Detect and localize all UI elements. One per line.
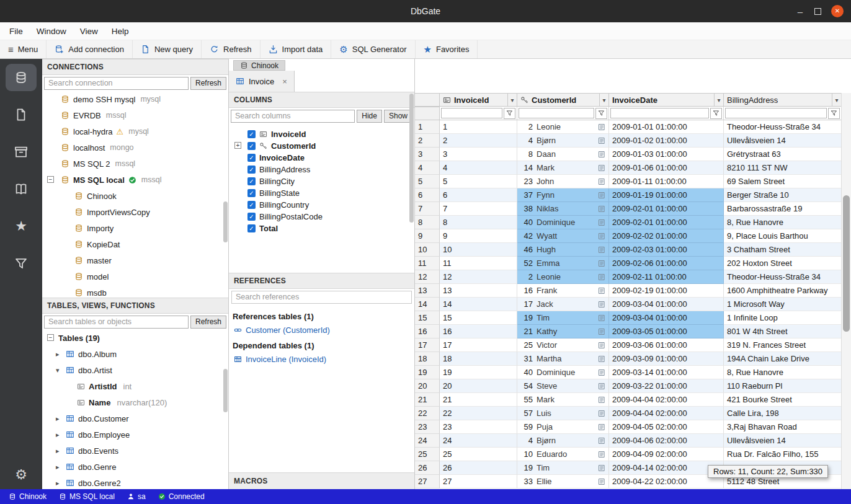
tables-refresh-button[interactable]: Refresh (190, 316, 226, 329)
row-number[interactable]: 3 (415, 148, 440, 161)
open-reference-icon[interactable] (598, 314, 605, 322)
cell-invoicedate[interactable]: 2009-03-04 01:00:00 (609, 298, 724, 311)
tab-close-icon[interactable] (282, 77, 287, 86)
cell-invoicedate[interactable]: 2009-04-06 02:00:00 (609, 434, 724, 448)
column-dropdown-icon[interactable] (599, 94, 608, 106)
columns-hide-button[interactable]: Hide (357, 110, 382, 123)
row-number[interactable]: 10 (415, 243, 440, 257)
side-pane-scrollbar-thumb[interactable] (409, 94, 414, 223)
connection-ms-sql-2[interactable]: MS SQL 2mssql (42, 156, 228, 172)
toolbar-menu-button[interactable]: ≡Menu (0, 40, 47, 58)
cell-billingaddress[interactable]: 421 Bourke Street (724, 393, 842, 407)
column-dropdown-icon[interactable] (507, 94, 517, 106)
row-number[interactable]: 24 (415, 434, 440, 448)
toolbar-refresh-button[interactable]: Refresh (202, 40, 261, 58)
open-reference-icon[interactable] (598, 301, 605, 308)
cell-billingaddress[interactable]: 8, Rue Hanovre (724, 216, 842, 229)
cell-billingaddress[interactable]: 801 W 4th Street (724, 325, 842, 338)
cell-invoiceid[interactable]: 12 (440, 270, 517, 284)
row-number[interactable]: 8 (415, 216, 440, 229)
columns-search-input[interactable] (231, 110, 355, 123)
close-button[interactable] (831, 5, 844, 17)
cell-invoicedate[interactable]: 2009-04-09 02:00:00 (609, 448, 724, 461)
connection-evrdb[interactable]: EVRDBmssql (42, 107, 228, 123)
toolbar-sql-generator-button[interactable]: ⚙SQL Generator (331, 40, 415, 58)
open-reference-icon[interactable] (598, 410, 605, 417)
open-reference-icon[interactable] (598, 423, 605, 431)
row-number[interactable]: 15 (415, 311, 440, 325)
column-checkbox[interactable] (247, 201, 256, 209)
row-number[interactable]: 17 (415, 338, 440, 352)
open-reference-icon[interactable] (598, 151, 605, 158)
grid-scrollbar-thumb[interactable] (843, 195, 850, 332)
cell-invoiceid[interactable]: 5 (440, 175, 517, 188)
tables-search-input[interactable] (44, 316, 189, 329)
connection-importy[interactable]: Importy (42, 220, 228, 236)
cell-invoicedate[interactable]: 2009-01-02 01:00:00 (609, 134, 724, 148)
rail-archive-button[interactable] (6, 138, 37, 166)
open-reference-icon[interactable] (598, 273, 605, 281)
cell-customerid[interactable]: 4Bjørn (517, 134, 609, 148)
rail-book-button[interactable] (6, 175, 37, 203)
cell-customerid[interactable]: 14Mark (517, 161, 609, 175)
open-reference-icon[interactable] (598, 287, 605, 294)
row-number[interactable]: 1 (415, 120, 440, 134)
column-toggle-invoiceid[interactable]: InvoiceId (229, 128, 414, 140)
cell-billingaddress[interactable]: Ullevålsveien 14 (724, 134, 842, 148)
cell-invoicedate[interactable]: 2009-01-06 01:00:00 (609, 161, 724, 175)
cell-customerid[interactable]: 10Eduardo (517, 448, 609, 461)
cell-customerid[interactable]: 46Hugh (517, 243, 609, 257)
cell-billingaddress[interactable]: Rua Dr. Falcão Filho, 155 (724, 448, 842, 461)
column-toggle-billingstate[interactable]: BillingState (229, 187, 414, 199)
row-number[interactable]: 14 (415, 298, 440, 311)
cell-invoiceid[interactable]: 4 (440, 161, 517, 175)
cell-customerid[interactable]: 54Steve (517, 379, 609, 393)
column-header-invoicedate[interactable]: InvoiceDate (609, 93, 724, 107)
connection-search-input[interactable] (44, 77, 189, 90)
rail-funnel-button[interactable] (6, 250, 37, 277)
select-all-corner[interactable] (415, 93, 440, 107)
row-number[interactable]: 11 (415, 257, 440, 270)
open-reference-icon[interactable] (598, 205, 605, 213)
statusbar-chinook[interactable]: Chinook (2, 489, 53, 504)
connection-ms-sql-local[interactable]: MS SQL localmssql (42, 172, 228, 188)
cell-customerid[interactable]: 40Dominique (517, 366, 609, 379)
column-checkbox[interactable] (247, 142, 256, 150)
cell-customerid[interactable]: 59Puja (517, 420, 609, 434)
filter-button-billingaddress[interactable] (828, 108, 840, 119)
cell-invoiceid[interactable]: 3 (440, 148, 517, 161)
grid-scrollbar[interactable] (841, 93, 851, 489)
cell-customerid[interactable]: 33Ellie (517, 475, 609, 489)
cell-customerid[interactable]: 2Leonie (517, 120, 609, 134)
chevron-right-icon[interactable] (56, 351, 60, 358)
row-number[interactable]: 2 (415, 134, 440, 148)
cell-billingaddress[interactable]: Barbarossastraße 19 (724, 202, 842, 216)
open-reference-icon[interactable] (598, 260, 605, 267)
cell-customerid[interactable]: 25Victor (517, 338, 609, 352)
row-number[interactable]: 25 (415, 448, 440, 461)
table-dbo-events[interactable]: dbo.Events (42, 443, 228, 459)
cell-customerid[interactable]: 17Jack (517, 298, 609, 311)
tab-invoice[interactable]: Invoice (229, 71, 295, 92)
cell-invoiceid[interactable]: 2 (440, 134, 517, 148)
cell-invoicedate[interactable]: 2009-04-04 02:00:00 (609, 393, 724, 407)
cell-invoiceid[interactable]: 26 (440, 461, 517, 475)
connection-local-hydra[interactable]: local-hydra⚠mysql (42, 123, 228, 139)
connection-importviewscopy[interactable]: ImportViewsCopy (42, 204, 228, 220)
cell-invoiceid[interactable]: 16 (440, 325, 517, 338)
chevron-right-icon[interactable] (56, 480, 60, 487)
cell-invoicedate[interactable]: 2009-01-19 01:00:00 (609, 188, 724, 202)
cell-billingaddress[interactable]: 110 Raeburn Pl (724, 379, 842, 393)
menu-view[interactable]: View (73, 27, 105, 36)
cell-billingaddress[interactable]: Theodor-Heuss-Straße 34 (724, 120, 842, 134)
tables-scrollbar-thumb[interactable] (223, 369, 228, 412)
cell-billingaddress[interactable]: 9, Place Louis Barthou (724, 229, 842, 243)
row-number[interactable]: 21 (415, 393, 440, 407)
cell-invoicedate[interactable]: 2009-04-22 02:00:00 (609, 475, 724, 489)
cell-customerid[interactable]: 31Martha (517, 352, 609, 366)
cell-invoicedate[interactable]: 2009-03-22 01:00:00 (609, 379, 724, 393)
connection-kopiedat[interactable]: KopieDat (42, 236, 228, 252)
open-reference-icon[interactable] (598, 478, 605, 485)
rail-file-button[interactable] (6, 101, 37, 128)
cell-invoicedate[interactable]: 2009-03-09 01:00:00 (609, 352, 724, 366)
